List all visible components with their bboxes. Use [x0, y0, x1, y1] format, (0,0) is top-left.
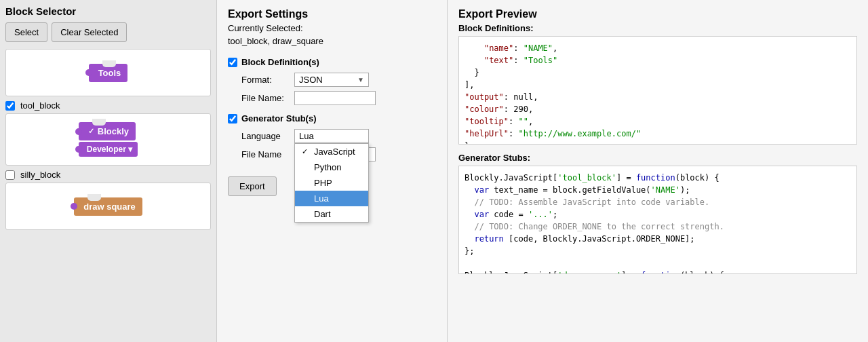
- silly-block-checkbox[interactable]: [5, 170, 15, 180]
- export-button[interactable]: Export: [228, 176, 277, 196]
- language-option-javascript[interactable]: ✓ JavaScript: [295, 144, 368, 159]
- select-button[interactable]: Select: [5, 22, 47, 42]
- block-def-filename-input[interactable]: [294, 91, 376, 105]
- blockly-check-icon: ✓: [88, 127, 94, 136]
- block-definitions-label: Block Definition(s): [241, 57, 319, 67]
- generator-stubs-label: Generator Stub(s): [241, 113, 317, 124]
- tools-block-visual: Tools: [89, 64, 128, 82]
- format-selected-value: JSON: [299, 75, 323, 85]
- language-option-python[interactable]: Python: [295, 159, 368, 175]
- blockly-dev-stack: ✓ Blockly Developer ▾: [79, 122, 138, 157]
- language-label: Language: [241, 131, 289, 141]
- format-select-arrow: ▼: [357, 76, 364, 83]
- tool-block-checkbox[interactable]: [5, 101, 15, 111]
- dart-label: Dart: [314, 209, 331, 219]
- language-dropdown-menu: ✓ JavaScript Python PHP Lua Dart: [294, 143, 369, 223]
- block-def-filename-label: File Name:: [241, 93, 289, 103]
- developer-label: Developer ▾: [87, 145, 132, 154]
- export-preview-panel: Export Preview Block Definitions: "name"…: [448, 0, 868, 342]
- format-select-wrapper: JSON ▼: [294, 73, 369, 87]
- language-selected-value: Lua: [299, 131, 314, 141]
- block-definitions-code: "name": "NAME", "text": "Tools" } ], "ou…: [458, 36, 857, 145]
- silly-block-name: silly_block: [20, 170, 60, 180]
- button-row: Select Clear Selected: [5, 22, 211, 42]
- draw-square-label: draw square: [83, 202, 136, 212]
- silly-block-item: silly_block: [5, 170, 211, 180]
- language-dropdown-container: Lua ✓ JavaScript Python PHP Lua: [294, 129, 369, 143]
- format-row: Format: JSON ▼: [241, 73, 436, 87]
- language-select-display[interactable]: Lua: [294, 129, 369, 143]
- php-label: PHP: [314, 178, 332, 188]
- block-selector-title: Block Selector: [5, 5, 211, 17]
- block-definitions-checkbox[interactable]: [228, 58, 237, 67]
- javascript-label: JavaScript: [314, 147, 355, 157]
- language-option-lua[interactable]: Lua: [295, 191, 368, 206]
- language-row: Language Lua ✓ JavaScript Python PHP: [241, 129, 436, 143]
- draw-square-preview: draw square: [5, 183, 211, 230]
- generator-stubs-preview-label: Generator Stubs:: [458, 153, 857, 163]
- generator-stubs-code: Blockly.JavaScript['tool_block'] = funct…: [458, 166, 857, 274]
- draw-square-visual: draw square: [74, 197, 142, 216]
- currently-selected-label: Currently Selected:: [228, 23, 436, 33]
- tools-block-label: Tools: [98, 68, 121, 78]
- format-label: Format:: [241, 75, 289, 85]
- tool-block-name: tool_block: [20, 100, 60, 111]
- gen-stub-filename-label: File Name: [241, 149, 289, 159]
- format-select-display[interactable]: JSON ▼: [294, 73, 369, 87]
- block-definitions-preview-label: Block Definitions:: [458, 23, 857, 33]
- export-preview-title: Export Preview: [458, 8, 857, 20]
- block-def-filename-row: File Name:: [241, 91, 436, 105]
- tool-block-preview: Tools: [5, 49, 211, 96]
- lua-label: Lua: [314, 193, 329, 204]
- javascript-check: ✓: [302, 147, 310, 156]
- export-settings-title: Export Settings: [228, 8, 436, 20]
- blockly-label: Blockly: [98, 126, 129, 136]
- tool-block-item: tool_block: [5, 100, 211, 111]
- python-label: Python: [314, 162, 341, 172]
- blockly-block-visual: ✓ Blockly: [79, 122, 136, 140]
- export-settings-panel: Export Settings Currently Selected: tool…: [217, 0, 448, 342]
- block-definitions-section: Block Definition(s): [228, 57, 436, 67]
- silly-block-preview: ✓ Blockly Developer ▾: [5, 113, 211, 166]
- developer-block-visual: Developer ▾: [79, 142, 138, 157]
- language-option-php[interactable]: PHP: [295, 175, 368, 191]
- clear-selected-button[interactable]: Clear Selected: [52, 22, 127, 42]
- block-selector-panel: Block Selector Select Clear Selected Too…: [0, 0, 217, 342]
- language-option-dart[interactable]: Dart: [295, 206, 368, 222]
- generator-stubs-section: Generator Stub(s): [228, 113, 436, 124]
- generator-stubs-checkbox[interactable]: [228, 114, 237, 124]
- currently-selected-value: tool_block, draw_square: [228, 36, 436, 46]
